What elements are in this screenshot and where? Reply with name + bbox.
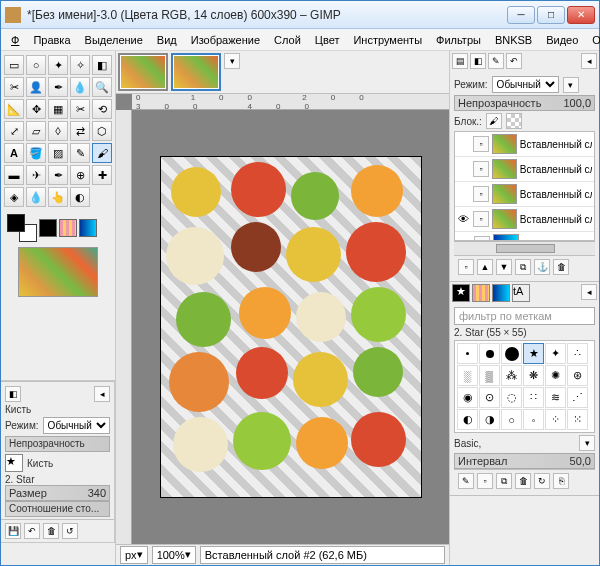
zoom-select[interactable]: 100% ▾ [152,546,196,564]
menu-select[interactable]: Выделение [79,32,149,48]
tool-free-select[interactable]: ✦ [48,55,68,75]
tool-flip[interactable]: ⇄ [70,121,90,141]
tool-fuzzy-select[interactable]: ✧ [70,55,90,75]
brush-opacity-slider[interactable]: Непрозрачность [5,436,110,452]
tab-menu-icon[interactable]: ▾ [224,53,240,69]
chain-icon[interactable]: ▫ [473,186,488,202]
tool-scale[interactable]: ⤢ [4,121,24,141]
opacity-slider[interactable]: Непрозрачность 100,0 [454,95,595,111]
eye-icon[interactable] [457,137,470,151]
gradient-icon[interactable] [492,284,510,302]
menu-view[interactable]: Вид [151,32,183,48]
open-brush-icon[interactable]: ⎘ [553,473,569,489]
tab-menu-icon[interactable]: ◂ [581,284,597,300]
tool-paths[interactable]: ✒ [48,77,68,97]
font-icon[interactable]: tA [512,284,530,302]
menu-windows[interactable]: Окна [586,32,600,48]
layer-row[interactable]: ▫Вставленный сл [455,182,594,207]
menu-filters[interactable]: Фильтры [430,32,487,48]
interval-slider[interactable]: Интервал 50,0 [454,453,595,469]
brush-item[interactable]: ⁘ [545,409,566,430]
brush-item[interactable]: ◌ [501,387,522,408]
tool-perspective-clone[interactable]: ◈ [4,187,24,207]
tool-shear[interactable]: ▱ [26,121,46,141]
mode-select[interactable]: Обычный [492,76,559,93]
tool-dodge[interactable]: ◐ [70,187,90,207]
brush-item[interactable]: ▒ [479,365,500,386]
menu-layer[interactable]: Слой [268,32,307,48]
tool-zoom[interactable]: 🔍 [92,77,112,97]
brush-item[interactable]: ⁂ [501,365,522,386]
tool-paintbrush[interactable]: 🖌 [92,143,112,163]
maximize-button[interactable]: □ [537,6,565,24]
fg-bg-swatch[interactable] [7,214,37,242]
menu-video[interactable]: Видео [540,32,584,48]
brush-preview-icon[interactable]: ★ [5,454,23,472]
layer-row[interactable]: ▫Фон [455,232,594,241]
brush-item[interactable]: ∴ [567,343,588,364]
tool-airbrush[interactable]: ✈ [26,165,46,185]
brush-item[interactable]: ○ [501,409,522,430]
tool-text[interactable]: A [4,143,24,163]
fg-color[interactable] [7,214,25,232]
brush-item[interactable] [479,343,500,364]
brush-item[interactable]: ✦ [545,343,566,364]
titlebar[interactable]: *[Без имени]-3.0 (Цвета RGB, 14 слоев) 6… [1,1,599,29]
ratio-slider[interactable]: Соотношение сто... [5,501,110,517]
tool-perspective[interactable]: ◊ [48,121,68,141]
brush-item[interactable]: ◉ [457,387,478,408]
minimize-button[interactable]: ─ [507,6,535,24]
menu-tools[interactable]: Инструменты [347,32,428,48]
duplicate-layer-icon[interactable]: ⧉ [515,259,531,275]
menu-image[interactable]: Изображение [185,32,266,48]
tool-align[interactable]: ▦ [48,99,68,119]
lower-layer-icon[interactable]: ▼ [496,259,512,275]
duplicate-brush-icon[interactable]: ⧉ [496,473,512,489]
brush-item[interactable]: ✺ [545,365,566,386]
tool-crop[interactable]: ✂ [70,99,90,119]
canvas[interactable] [161,157,421,497]
brush-item[interactable]: ◦ [523,409,544,430]
tool-rotate[interactable]: ⟲ [92,99,112,119]
tool-heal[interactable]: ✚ [92,165,112,185]
new-brush-icon[interactable]: ▫ [477,473,493,489]
unit-select[interactable]: px ▾ [120,546,148,564]
tab-layers-icon[interactable]: ▤ [452,53,468,69]
brush-indicator[interactable]: ★ [39,219,57,237]
tool-eraser[interactable]: ▬ [4,165,24,185]
layer-row[interactable]: ▫Вставленный сл [455,157,594,182]
brush-grid[interactable]: ★ ✦ ∴ ░ ▒ ⁂ ❋ ✺ ⊛ ◉ ⊙ ◌ ∷ ≋ ⋰ ◐ ◑ [454,340,595,433]
expand-icon[interactable]: ▾ [579,435,595,451]
eye-icon[interactable]: 👁 [457,212,470,226]
tool-foreground[interactable]: 👤 [26,77,46,97]
tab-menu-icon[interactable]: ◂ [581,53,597,69]
brush-item[interactable]: ◐ [457,409,478,430]
chain-icon[interactable]: ▫ [473,161,488,177]
canvas-viewport[interactable] [132,110,449,544]
image-tab-1[interactable] [118,53,168,91]
brush-item[interactable] [501,343,522,364]
anchor-layer-icon[interactable]: ⚓ [534,259,550,275]
menu-file[interactable]: Ф [5,32,25,48]
layer-scroll[interactable] [454,241,595,255]
brush-item[interactable]: ⊙ [479,387,500,408]
close-button[interactable]: ✕ [567,6,595,24]
tool-move[interactable]: ✥ [26,99,46,119]
chain-icon[interactable]: ▫ [473,211,488,227]
pattern-indicator[interactable] [59,219,77,237]
tool-rect-select[interactable]: ▭ [4,55,24,75]
eye-icon[interactable] [457,162,470,176]
mode-menu-icon[interactable]: ▾ [563,77,579,93]
delete-layer-icon[interactable]: 🗑 [553,259,569,275]
gradient-indicator[interactable] [79,219,97,237]
tool-measure[interactable]: 📐 [4,99,24,119]
tool-smudge[interactable]: 👆 [48,187,68,207]
brush-item[interactable]: ❋ [523,365,544,386]
tool-scissors[interactable]: ✂ [4,77,24,97]
ruler-vertical[interactable] [116,110,132,544]
menu-edit[interactable]: Правка [27,32,76,48]
options-tab-icon[interactable]: ◧ [5,386,21,402]
brush-item[interactable] [457,343,478,364]
tab-undo-icon[interactable]: ↶ [506,53,522,69]
new-layer-icon[interactable]: ▫ [458,259,474,275]
